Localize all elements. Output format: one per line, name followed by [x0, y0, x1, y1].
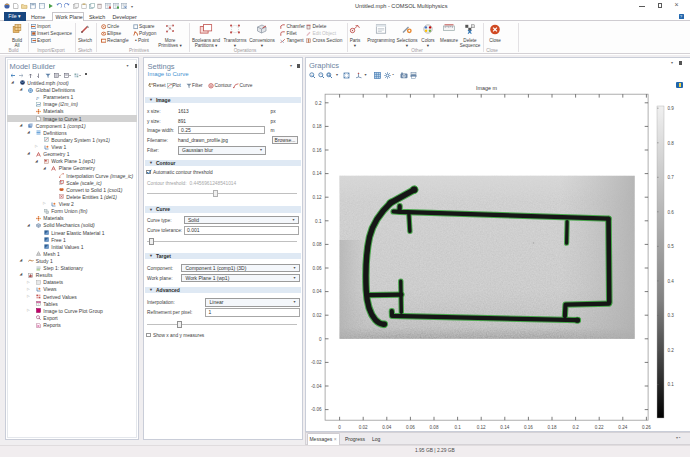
svg-text:0.26: 0.26	[641, 425, 650, 430]
svg-text:0.04: 0.04	[312, 289, 321, 294]
svg-text:0.08: 0.08	[312, 242, 321, 247]
svg-text:0.16: 0.16	[312, 148, 321, 153]
svg-text:0.8: 0.8	[667, 141, 674, 146]
svg-text:0.02: 0.02	[358, 425, 367, 430]
svg-text:0.18: 0.18	[312, 124, 321, 129]
svg-text:0.04: 0.04	[382, 425, 391, 430]
svg-text:-0.02: -0.02	[311, 360, 322, 365]
svg-text:-0.06: -0.06	[311, 407, 322, 412]
svg-text:0.4: 0.4	[667, 279, 674, 284]
svg-text:0.2: 0.2	[572, 425, 579, 430]
svg-text:0.7: 0.7	[667, 175, 674, 180]
svg-text:0.14: 0.14	[312, 171, 321, 176]
svg-text:P: P	[36, 95, 39, 100]
svg-text:0.5: 0.5	[667, 244, 674, 249]
svg-text:0.6: 0.6	[667, 210, 674, 215]
svg-text:-0.04: -0.04	[311, 384, 322, 389]
svg-text:0.06: 0.06	[312, 266, 321, 271]
svg-text:0.12: 0.12	[476, 425, 485, 430]
svg-text:0.3: 0.3	[667, 313, 674, 318]
svg-text:0.14: 0.14	[500, 425, 509, 430]
svg-text:0.16: 0.16	[523, 425, 532, 430]
svg-text:Image m: Image m	[476, 85, 497, 91]
svg-text:0.18: 0.18	[547, 425, 556, 430]
svg-text:0: 0	[338, 425, 341, 430]
svg-text:0.24: 0.24	[618, 425, 627, 430]
svg-text:0.2: 0.2	[667, 348, 674, 353]
svg-text:0.22: 0.22	[594, 425, 603, 430]
svg-text:0.1: 0.1	[454, 425, 461, 430]
svg-text:0.9: 0.9	[667, 106, 674, 111]
svg-text:0.2: 0.2	[315, 101, 322, 106]
svg-text:0.12: 0.12	[312, 195, 321, 200]
svg-text:0.08: 0.08	[429, 425, 438, 430]
svg-text:0.1: 0.1	[667, 382, 674, 387]
svg-text:0.02: 0.02	[312, 313, 321, 318]
svg-text:0: 0	[318, 337, 321, 342]
svg-text:0.1: 0.1	[315, 219, 322, 224]
svg-text:0.06: 0.06	[405, 425, 414, 430]
